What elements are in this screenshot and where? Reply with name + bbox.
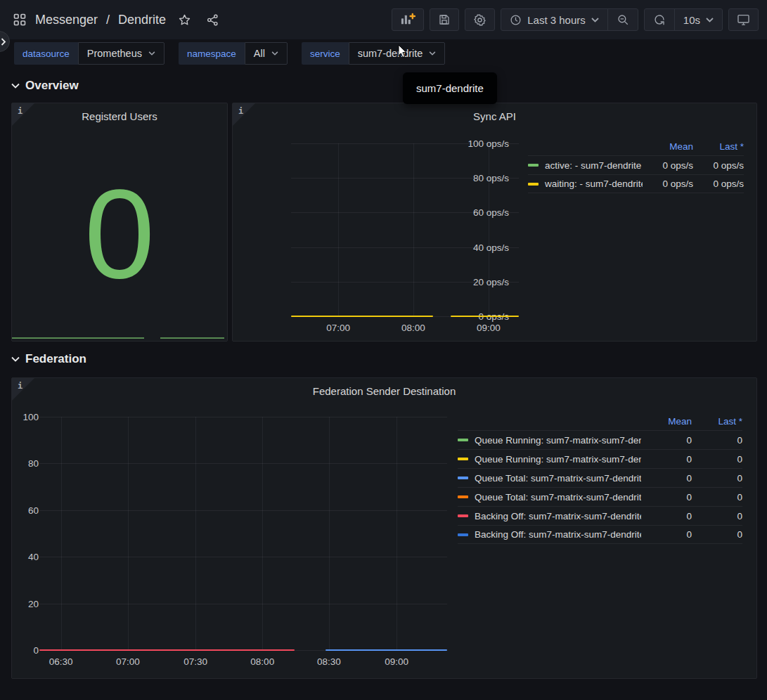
sparkline-segment bbox=[160, 337, 224, 339]
legend-series-last: 0 bbox=[692, 435, 742, 446]
floppy-disk-icon bbox=[438, 13, 451, 26]
x-axis: 07:0008:0009:00 bbox=[291, 323, 519, 335]
bar-chart-plus-icon bbox=[400, 13, 415, 27]
legend-series-mean: 0 bbox=[641, 529, 692, 540]
legend-series-last: 0 bbox=[692, 454, 742, 465]
legend-series-swatch bbox=[458, 458, 468, 460]
legend-series-mean: 0 bbox=[641, 454, 692, 465]
y-gridline bbox=[39, 510, 447, 511]
legend-series-last: 0 ops/s bbox=[693, 160, 744, 171]
variable-service-value: sum7-dendrite bbox=[358, 48, 423, 59]
add-panel-button[interactable] bbox=[392, 8, 424, 31]
x-tick-label: 09:00 bbox=[385, 656, 408, 667]
refresh-group: 10s bbox=[644, 8, 723, 31]
star-outline-icon[interactable] bbox=[174, 10, 194, 30]
x-tick-label: 07:00 bbox=[326, 323, 350, 333]
legend-series-row[interactable]: Backing Off: sum7-matrix-sum7-dendrite00 bbox=[458, 525, 742, 544]
breadcrumb-page-title[interactable]: Dendrite bbox=[118, 13, 166, 27]
apps-grid-icon[interactable] bbox=[13, 13, 27, 27]
time-range-label: Last 3 hours bbox=[527, 14, 586, 26]
legend-series-mean: 0 ops/s bbox=[643, 179, 693, 189]
x-gridline bbox=[329, 417, 330, 650]
legend-series-name[interactable]: Queue Total: sum7-matrix-sum7-dendrite bbox=[458, 492, 641, 503]
legend-series-name[interactable]: Backing Off: sum7-matrix-sum7-dendrite bbox=[458, 529, 641, 540]
kiosk-mode-button[interactable] bbox=[728, 8, 759, 31]
legend-column-mean[interactable]: Mean bbox=[641, 416, 692, 427]
variable-datasource-value: Prometheus bbox=[87, 48, 142, 59]
series-line-segment bbox=[39, 649, 295, 651]
legend-series-row[interactable]: Backing Off: sum7-matrix-sum7-dendrite00 bbox=[458, 506, 742, 525]
y-gridline bbox=[291, 282, 519, 283]
legend-series-label: Queue Running: sum7-matrix-sum7-dendrite bbox=[475, 454, 641, 465]
chevron-down-icon bbox=[148, 51, 155, 56]
y-tick-label: 0 bbox=[33, 645, 39, 656]
series-line-segment bbox=[291, 316, 433, 317]
legend-series-name[interactable]: active: - sum7-dendrite bbox=[528, 160, 643, 171]
x-gridline bbox=[195, 417, 196, 650]
panel-registered-users: i Registerd Users 0 bbox=[11, 103, 228, 342]
chevron-right-icon bbox=[1, 38, 6, 46]
legend-series-row[interactable]: active: - sum7-dendrite0 ops/s0 ops/s bbox=[528, 155, 744, 174]
legend-series-row[interactable]: waiting: - sum7-dendrite0 ops/s0 ops/s bbox=[528, 174, 744, 193]
chart-plot-area[interactable] bbox=[291, 143, 519, 316]
y-tick-label: 80 bbox=[28, 458, 39, 469]
chevron-down-icon bbox=[11, 83, 20, 89]
legend-series-name[interactable]: waiting: - sum7-dendrite bbox=[528, 179, 643, 189]
save-dashboard-button[interactable] bbox=[430, 8, 459, 31]
section-row-federation[interactable]: Federation bbox=[11, 352, 86, 366]
stat-value: 0 bbox=[12, 185, 227, 283]
y-tick-label: 100 bbox=[22, 412, 39, 422]
legend-series-mean: 0 bbox=[641, 473, 692, 484]
legend-series-swatch bbox=[458, 495, 468, 498]
magnifier-minus-icon bbox=[617, 13, 629, 26]
clock-icon bbox=[510, 14, 522, 26]
variable-service-picker[interactable]: sum7-dendrite bbox=[349, 42, 446, 65]
legend-series-name[interactable]: Queue Total: sum7-matrix-sum7-dendrite bbox=[458, 473, 641, 484]
panel-title[interactable]: Sync API bbox=[233, 110, 756, 122]
x-tick-label: 07:00 bbox=[116, 656, 140, 667]
legend-series-row[interactable]: Queue Total: sum7-matrix-sum7-dendrite00 bbox=[458, 487, 742, 506]
variable-service: service sum7-dendrite bbox=[302, 42, 445, 65]
legend-series-swatch bbox=[458, 477, 468, 479]
variable-namespace-picker[interactable]: All bbox=[245, 42, 288, 65]
monitor-icon bbox=[737, 13, 750, 26]
chart-plot-area[interactable] bbox=[39, 417, 447, 650]
panel-title[interactable]: Federation Sender Destination bbox=[12, 385, 756, 397]
legend-series-row[interactable]: Queue Running: sum7-matrix-sum7-dendrite… bbox=[458, 449, 742, 468]
y-tick-label: 40 bbox=[28, 552, 39, 562]
series-line-segment bbox=[326, 649, 447, 651]
legend-series-swatch bbox=[528, 183, 539, 186]
y-gridline bbox=[39, 557, 447, 557]
refresh-interval-picker[interactable]: 10s bbox=[675, 9, 722, 30]
section-row-overview[interactable]: Overview bbox=[11, 79, 79, 93]
zoom-out-time-button[interactable] bbox=[608, 9, 638, 30]
dashboard-toolbar: Last 3 hours bbox=[392, 8, 759, 31]
dashboard-variables-row: datasource Prometheus namespace All serv… bbox=[14, 42, 445, 65]
time-range-picker[interactable]: Last 3 hours bbox=[501, 9, 607, 30]
dashboard-settings-button[interactable] bbox=[465, 8, 495, 31]
panel-sync-api: i Sync API 100 ops/s80 ops/s60 ops/s40 o… bbox=[232, 103, 757, 342]
legend-series-row[interactable]: Queue Running: sum7-matrix-sum7-dendrite… bbox=[458, 430, 742, 449]
y-gridline bbox=[39, 463, 447, 464]
y-tick-label: 20 bbox=[28, 598, 39, 609]
legend-series-row[interactable]: Queue Total: sum7-matrix-sum7-dendrite00 bbox=[458, 468, 742, 487]
variable-datasource-picker[interactable]: Prometheus bbox=[78, 42, 165, 65]
refresh-dashboard-button[interactable] bbox=[645, 9, 674, 30]
legend-series-label: waiting: - sum7-dendrite bbox=[545, 179, 643, 189]
panel-title[interactable]: Registerd Users bbox=[12, 110, 227, 122]
legend-column-last[interactable]: Last * bbox=[693, 141, 744, 152]
legend-series-name[interactable]: Queue Running: sum7-matrix-sum7-dendrite bbox=[458, 454, 641, 465]
legend-column-last[interactable]: Last * bbox=[692, 416, 742, 427]
legend-series-mean: 0 ops/s bbox=[643, 160, 693, 171]
x-tick-label: 08:00 bbox=[250, 656, 274, 667]
legend-series-name[interactable]: Queue Running: sum7-matrix-sum7-dendrite bbox=[458, 435, 641, 446]
x-tick-label: 08:30 bbox=[317, 656, 341, 667]
legend-series-name[interactable]: Backing Off: sum7-matrix-sum7-dendrite bbox=[458, 511, 641, 521]
breadcrumb-dashboard-title[interactable]: Messenger bbox=[35, 13, 98, 27]
panel-federation-sender-destination: i Federation Sender Destination 10080604… bbox=[11, 377, 757, 679]
share-icon[interactable] bbox=[202, 10, 222, 30]
legend-column-mean[interactable]: Mean bbox=[643, 141, 693, 152]
legend-series-last: 0 bbox=[692, 511, 742, 521]
chevron-down-icon bbox=[429, 51, 436, 56]
refresh-interval-label: 10s bbox=[683, 14, 700, 26]
